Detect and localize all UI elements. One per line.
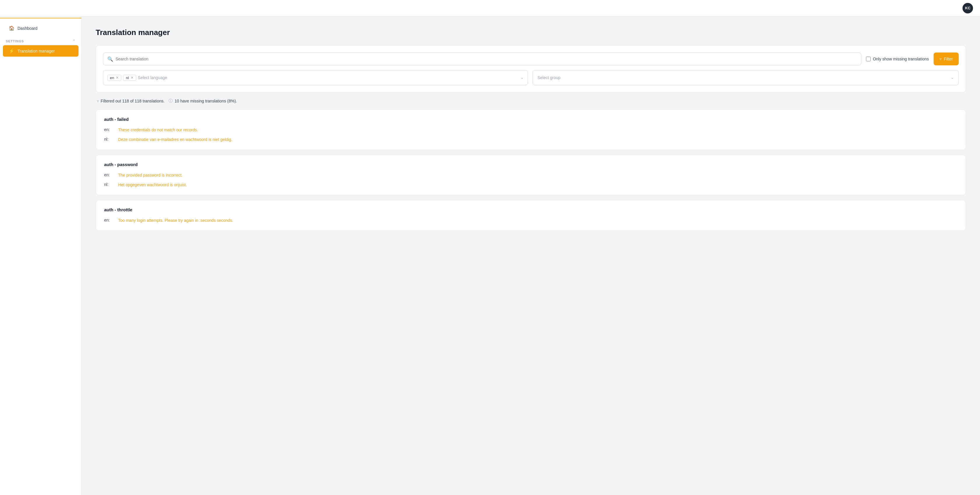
group-chevron-icon: ⌄ [951,76,954,80]
group-placeholder: Select group [538,75,561,80]
lang-code: en: [104,172,112,177]
card-title: auth - throttle [104,207,958,212]
sidebar-section-settings: SETTINGS ⌃ [0,34,81,45]
page-title: Translation manager [95,28,966,37]
topbar: KC [0,0,980,16]
filter-button[interactable]: ▿ Filter [934,53,959,65]
language-code-en: en [110,76,114,80]
translation-card-auth-throttle: auth - throttle en: Too many login attem… [95,200,966,231]
stats-missing-text: 10 have missing translations (8%). [174,99,237,103]
lang-code: nl: [104,182,112,187]
only-missing-label: Only show missing translations [873,57,929,61]
translation-text[interactable]: The provided password is incorrect. [118,172,183,178]
sidebar-item-label: Translation manager [18,49,55,53]
translation-text[interactable]: Too many login attempts. Please try agai… [118,217,233,224]
language-tag-nl: nl ✕ [123,75,136,81]
main-content: Translation manager 🔍 Only show missing … [82,16,980,495]
sidebar-item-dashboard[interactable]: 🏠 Dashboard [3,22,78,34]
language-select[interactable]: en ✕ nl ✕ Select language ⌄ [103,70,528,85]
translation-cards: auth - failed en: These credentials do n… [95,109,966,231]
lang-code: nl: [104,137,112,142]
search-icon: 🔍 [107,56,113,62]
info-icon: ⓘ [169,98,173,104]
language-code-nl: nl [126,76,129,80]
sidebar-item-translation-manager[interactable]: ⚡ Translation manager [3,45,78,57]
language-placeholder: Select language [138,75,167,80]
chevron-up-icon: ⌃ [73,39,76,43]
translation-row: en: These credentials do not match our r… [104,127,958,133]
lang-code: en: [104,217,112,222]
search-input[interactable] [116,57,857,61]
group-select[interactable]: Select group ⌄ [533,70,959,85]
only-missing-checkbox-area: Only show missing translations [866,57,929,61]
filter-funnel-icon: ▿ [939,57,942,61]
card-title: auth - failed [104,117,958,122]
stats-filter-icon: ▿ [97,99,99,103]
sidebar-item-label: Dashboard [18,26,38,30]
search-box[interactable]: 🔍 [103,53,861,65]
remove-en-button[interactable]: ✕ [116,76,119,80]
translation-row: en: The provided password is incorrect. [104,172,958,178]
only-missing-checkbox[interactable] [866,57,870,61]
user-avatar[interactable]: KC [963,3,973,13]
translation-text[interactable]: Het opgegeven wachtwoord is onjuist. [118,182,187,188]
filter-row-1: 🔍 Only show missing translations ▿ Filte… [103,53,959,65]
filter-button-label: Filter [944,57,953,61]
sidebar: Filament 🏠 Dashboard SETTINGS ⌃ ⚡ Transl… [0,0,82,495]
sidebar-nav: 🏠 Dashboard SETTINGS ⌃ ⚡ Translation man… [0,18,81,61]
filter-card: 🔍 Only show missing translations ▿ Filte… [95,45,966,93]
translation-row: nl: Het opgegeven wachtwoord is onjuist. [104,182,958,188]
filter-row-2: en ✕ nl ✕ Select language ⌄ Select group… [103,70,959,85]
language-chevron-icon: ⌄ [520,76,523,80]
translation-text[interactable]: Deze combinatie van e-mailadres en wacht… [118,137,232,143]
card-title: auth - password [104,162,958,167]
remove-nl-button[interactable]: ✕ [130,76,134,80]
stats-bar: ▿ Filtered out 118 of 118 translations. … [95,98,966,104]
translation-icon: ⚡ [9,48,14,54]
home-icon: 🏠 [9,26,14,31]
translation-row: nl: Deze combinatie van e-mailadres en w… [104,137,958,143]
language-tag-en: en ✕ [107,75,121,81]
translation-card-auth-failed: auth - failed en: These credentials do n… [95,109,966,150]
translation-card-auth-password: auth - password en: The provided passwor… [95,155,966,195]
stats-text: Filtered out 118 of 118 translations. [100,99,164,103]
lang-code: en: [104,127,112,132]
translation-row: en: Too many login attempts. Please try … [104,217,958,224]
translation-text[interactable]: These credentials do not match our recor… [118,127,198,133]
